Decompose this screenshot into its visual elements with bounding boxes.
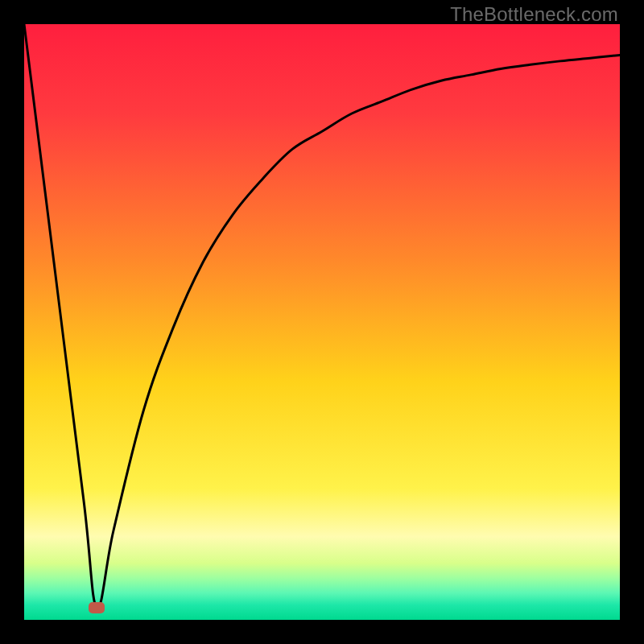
curve-layer: [24, 24, 620, 620]
bottleneck-curve: [24, 24, 620, 609]
plot-area: [24, 24, 620, 620]
watermark-text: TheBottleneck.com: [450, 3, 618, 26]
chart-frame: TheBottleneck.com: [0, 0, 644, 644]
optimal-point-marker: [89, 602, 105, 613]
